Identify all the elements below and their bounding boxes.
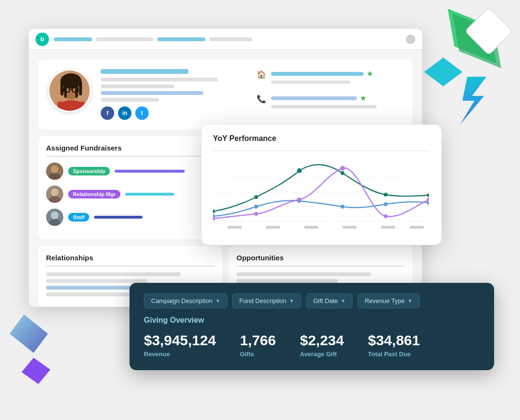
svg-point-43: [427, 201, 429, 205]
gift-date-chevron-icon: ▼: [341, 298, 345, 303]
profile-section: f in t 🏠 ★: [38, 59, 413, 129]
stat-revenue: $3,945,124 Revenue: [144, 332, 216, 358]
browser-bar: b: [29, 29, 422, 50]
svg-point-37: [427, 193, 429, 197]
svg-point-41: [341, 205, 344, 209]
tab-line-2[interactable]: [96, 37, 154, 41]
tab-line-4[interactable]: [209, 37, 252, 41]
opp-line-2: [236, 279, 338, 283]
svg-marker-0: [448, 2, 496, 70]
filters-row: Campaign Description ▼ Fund Description …: [144, 293, 480, 308]
svg-rect-13: [79, 81, 82, 95]
svg-marker-6: [22, 358, 50, 384]
svg-point-42: [384, 202, 388, 206]
opportunities-title: Opportunities: [236, 254, 405, 267]
facebook-icon[interactable]: f: [101, 106, 114, 120]
svg-point-33: [254, 195, 258, 199]
revenue-type-filter-label: Revenue Type: [365, 297, 405, 304]
fline-3: [94, 216, 142, 219]
address-star: ★: [366, 69, 373, 78]
twitter-icon[interactable]: t: [135, 106, 149, 120]
svg-point-44: [213, 217, 215, 221]
gift-date-filter-label: Gift Date: [313, 297, 338, 304]
svg-marker-5: [10, 315, 48, 353]
yoy-chart-svg: [213, 159, 429, 233]
campaign-filter-label: Campaign Description: [151, 297, 213, 304]
svg-rect-50: [227, 226, 242, 229]
address-line-2: [271, 81, 350, 84]
profile-line-1: [101, 78, 218, 82]
fline-2: [125, 193, 174, 196]
fundraisers-card: Assigned Fundraisers Sponsorship Relatio…: [38, 136, 222, 239]
rel-line-2: [46, 279, 147, 283]
relationships-title: Relationships: [46, 254, 214, 267]
rel-line-1: [46, 272, 181, 276]
stat-total-past-due: $34,861 Total Past Due: [368, 332, 420, 358]
fundraiser-item-1: Sponsorship: [46, 163, 214, 180]
avg-gift-label: Average Gift: [300, 350, 344, 358]
giving-overview-card: Campaign Description ▼ Fund Description …: [130, 283, 494, 370]
revenue-type-filter[interactable]: Revenue Type ▼: [357, 293, 420, 308]
fund-filter-label: Fund Description: [239, 297, 286, 304]
svg-marker-3: [424, 58, 462, 86]
phone-line-1: [271, 96, 357, 100]
stats-row: $3,945,124 Revenue 1,766 Gifts $2,234 Av…: [144, 332, 480, 358]
fundraiser-avatar-3: [46, 209, 63, 226]
revenue-label: Revenue: [144, 350, 216, 358]
total-past-due-value: $34,861: [368, 332, 420, 349]
campaign-description-filter[interactable]: Campaign Description ▼: [144, 293, 227, 308]
browser-tab-bar: [54, 37, 401, 41]
browser-window-control[interactable]: [406, 35, 415, 44]
address-row: 🏠 ★: [257, 69, 403, 87]
yoy-performance-card: YoY Performance: [201, 125, 441, 245]
svg-point-36: [384, 193, 388, 197]
fundraiser-lines-1: [115, 170, 214, 173]
svg-rect-51: [266, 226, 280, 229]
svg-rect-12: [75, 82, 78, 98]
revenue-type-chevron-icon: ▼: [408, 298, 413, 303]
phone-line-2: [271, 105, 377, 108]
phone-icon: 📞: [257, 94, 266, 104]
home-icon: 🏠: [257, 70, 266, 79]
tab-line-1[interactable]: [54, 37, 92, 41]
fundraiser-item-2: Relationship Mgr: [46, 186, 214, 203]
linkedin-icon[interactable]: in: [118, 106, 131, 120]
svg-point-20: [51, 165, 59, 173]
chart-area: [213, 159, 430, 235]
svg-rect-55: [410, 226, 424, 229]
svg-rect-11: [64, 82, 67, 98]
fundraiser-item-3: Staff: [46, 209, 214, 226]
svg-point-23: [51, 188, 59, 196]
tab-line-3[interactable]: [157, 37, 205, 41]
campaign-chevron-icon: ▼: [215, 298, 220, 303]
svg-point-35: [341, 171, 344, 175]
opp-line-1: [236, 272, 371, 276]
svg-point-26: [51, 211, 59, 219]
yoy-title: YoY Performance: [213, 134, 430, 143]
fund-description-filter[interactable]: Fund Description ▼: [232, 293, 301, 308]
profile-line-4: [101, 98, 159, 102]
svg-rect-2: [465, 8, 513, 55]
decorative-bottom-left: [10, 315, 67, 391]
gift-date-filter[interactable]: Gift Date ▼: [306, 293, 353, 308]
fline-1: [115, 170, 184, 173]
profile-name-line: [101, 69, 189, 74]
revenue-value: $3,945,124: [144, 332, 216, 349]
giving-overview-title: Giving Overview: [144, 316, 480, 325]
total-past-due-label: Total Past Due: [368, 350, 420, 358]
fund-chevron-icon: ▼: [289, 298, 294, 303]
svg-rect-53: [343, 226, 357, 229]
phone-star: ★: [360, 93, 366, 103]
phone-row: 📞 ★: [257, 93, 403, 111]
svg-rect-52: [304, 226, 319, 229]
social-icons: f in t: [101, 106, 247, 120]
badge-staff: Staff: [68, 213, 89, 222]
profile-line-3: [101, 91, 203, 95]
rel-line-4: [46, 292, 130, 296]
address-line-1: [271, 72, 364, 76]
svg-point-39: [254, 205, 258, 209]
svg-rect-10: [60, 81, 63, 95]
svg-point-48: [384, 214, 388, 218]
fundraiser-lines-3: [94, 216, 214, 219]
profile-line-2: [101, 84, 174, 88]
